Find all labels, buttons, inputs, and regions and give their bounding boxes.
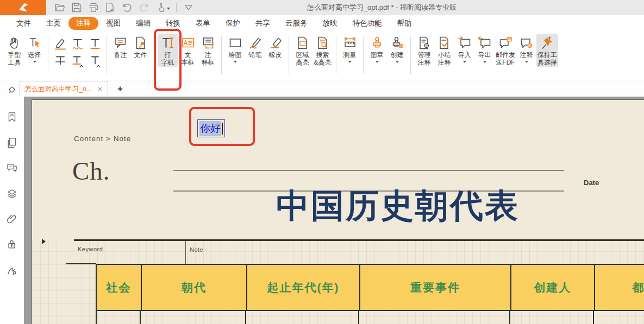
menu-item-view[interactable]: 视图 bbox=[98, 17, 128, 30]
menu-item-home[interactable]: 主页 bbox=[39, 17, 68, 30]
note-button[interactable]: 备注 bbox=[110, 34, 130, 60]
squiggly-underline-button[interactable] bbox=[69, 35, 86, 52]
table-body-row bbox=[96, 311, 644, 324]
keep-tool-selected-button[interactable]: 保持工 具选择 bbox=[536, 34, 558, 67]
menu-item-present[interactable]: 放映 bbox=[315, 17, 345, 30]
more-tools-button[interactable] bbox=[183, 0, 195, 16]
table-header-cell: 社会 bbox=[97, 265, 142, 310]
summarize-comments-button[interactable]: 小结 注释 bbox=[434, 34, 454, 67]
replace-text-button[interactable] bbox=[69, 53, 86, 69]
table-stub-line bbox=[66, 263, 96, 264]
create-stamp-button[interactable]: 创建 bbox=[387, 34, 407, 63]
table-body-cell bbox=[359, 311, 510, 324]
import-icon bbox=[458, 34, 472, 52]
strikeout-icon bbox=[53, 54, 67, 68]
underline-button[interactable] bbox=[86, 35, 103, 52]
stamp-button[interactable]: 图章 bbox=[367, 34, 387, 63]
comment-settings-button[interactable]: 注释 bbox=[516, 34, 536, 63]
menu-item-edit[interactable]: 编辑 bbox=[128, 17, 158, 30]
table-header-cell: 都 bbox=[595, 265, 644, 310]
document-tab[interactable]: 怎么面对高中学习_o... × bbox=[20, 81, 108, 97]
table-header-row: 社会朝代起止年代(年)重要事件创建人都 bbox=[96, 264, 644, 311]
file-attachment-button[interactable]: 文件 bbox=[130, 34, 151, 60]
menu-item-file[interactable]: 文件 bbox=[9, 17, 39, 30]
measure-button[interactable]: 测量 bbox=[340, 34, 360, 63]
menu-item-protect[interactable]: 保护 bbox=[218, 17, 248, 30]
create-stamp-label: 创建 bbox=[391, 52, 404, 59]
callout-label: 注 释框 bbox=[202, 52, 215, 66]
comments-panel-button[interactable] bbox=[5, 162, 19, 175]
menu-item-comment[interactable]: 注释 bbox=[68, 17, 98, 30]
callout-button[interactable]: 注 释框 bbox=[198, 34, 218, 67]
new-tab-button[interactable]: + bbox=[115, 84, 125, 97]
more-tools-icon bbox=[183, 0, 195, 16]
strikeout-button[interactable] bbox=[52, 53, 68, 69]
email-fdf-icon bbox=[498, 34, 512, 52]
date-label: Date bbox=[584, 179, 599, 187]
save-button[interactable] bbox=[71, 0, 83, 16]
table-body-cell bbox=[510, 311, 594, 324]
touch-mode-button[interactable] bbox=[155, 0, 170, 16]
toolbar-group-typing: 打 字机文 本框注 释框 bbox=[155, 34, 220, 79]
drawing-label: 绘图 bbox=[229, 52, 242, 59]
layers-panel-button[interactable] bbox=[5, 187, 19, 200]
open-button[interactable] bbox=[54, 0, 66, 16]
textbox-button[interactable]: 文 本框 bbox=[178, 34, 198, 67]
toolbar-group-stamps: 图章创建 bbox=[365, 34, 409, 79]
export-comments-button[interactable]: 导出 bbox=[474, 34, 495, 63]
dropdown-caret-icon bbox=[483, 61, 486, 63]
pencil-button[interactable]: 铅笔 bbox=[245, 34, 265, 60]
pin-icon bbox=[540, 34, 554, 52]
table-header-cell: 重要事件 bbox=[360, 265, 511, 310]
touch-mode-icon bbox=[155, 0, 167, 16]
typewriter-button[interactable]: 打 字机 bbox=[158, 34, 178, 67]
security-panel-button[interactable] bbox=[5, 238, 19, 251]
keep-tool-selected-label: 保持工 具选择 bbox=[537, 52, 557, 66]
undo-button[interactable] bbox=[121, 0, 133, 16]
pages-panel-button[interactable] bbox=[5, 136, 19, 149]
select-tool-button[interactable]: 选择 bbox=[24, 34, 45, 63]
new-page-button[interactable] bbox=[104, 0, 116, 16]
menu-item-share[interactable]: 共享 bbox=[248, 17, 278, 30]
menu-item-cloud[interactable]: 云服务 bbox=[278, 17, 315, 30]
file-attachment-label: 文件 bbox=[134, 52, 147, 59]
highlight-button[interactable] bbox=[52, 35, 68, 52]
table-body-cell bbox=[246, 311, 359, 324]
foxit-logo-icon[interactable] bbox=[0, 0, 46, 15]
eraser-label: 橡皮 bbox=[269, 52, 282, 59]
select-icon bbox=[28, 34, 42, 52]
tab-close-icon[interactable]: × bbox=[97, 85, 103, 93]
format-panel-toggle-icon[interactable] bbox=[3, 81, 20, 97]
document-main-title: 中国历史朝代表 bbox=[240, 184, 555, 228]
attachments-panel-button[interactable] bbox=[5, 213, 19, 226]
menu-item-convert[interactable]: 转换 bbox=[158, 17, 188, 30]
manage-comments-label: 管理 注释 bbox=[418, 52, 431, 66]
drawing-button[interactable]: 绘图 bbox=[225, 34, 245, 63]
manage-comments-button[interactable]: 管理 注释 bbox=[414, 34, 434, 67]
bookmarks-panel-button[interactable] bbox=[5, 111, 19, 124]
insert-text-button[interactable] bbox=[86, 53, 103, 69]
import-comments-button[interactable]: 导入 bbox=[454, 34, 474, 63]
underline-icon bbox=[88, 37, 102, 51]
typewriter-annotation[interactable]: 你好 bbox=[197, 119, 225, 137]
typewriter-text: 你好 bbox=[199, 121, 221, 136]
toolbar-group-basic: 手型 工具选择 bbox=[2, 34, 47, 79]
callout-icon bbox=[201, 34, 215, 52]
redo-button[interactable] bbox=[138, 0, 150, 16]
area-highlight-button[interactable]: 区域 高亮 bbox=[292, 34, 312, 67]
menu-item-features[interactable]: 特色功能 bbox=[345, 17, 390, 30]
dropdown-caret-icon bbox=[376, 61, 379, 63]
panel-expand-arrow[interactable] bbox=[42, 239, 46, 244]
menu-item-help[interactable]: 帮助 bbox=[390, 17, 420, 30]
search-highlight-button[interactable]: 搜索 &高亮 bbox=[312, 34, 333, 67]
note-icon bbox=[114, 34, 128, 52]
email-fdf-button[interactable]: 邮件发 送FDF bbox=[495, 34, 516, 67]
comments-icon bbox=[6, 160, 18, 177]
hand-tool-button[interactable]: 手型 工具 bbox=[4, 34, 24, 67]
summarize-icon bbox=[437, 34, 452, 52]
print-button[interactable] bbox=[87, 0, 99, 16]
eraser-button[interactable]: 橡皮 bbox=[265, 34, 285, 60]
typewriter-label: 打 字机 bbox=[161, 52, 174, 66]
menu-item-form[interactable]: 表单 bbox=[188, 17, 218, 30]
signature-panel-button[interactable] bbox=[5, 264, 19, 277]
